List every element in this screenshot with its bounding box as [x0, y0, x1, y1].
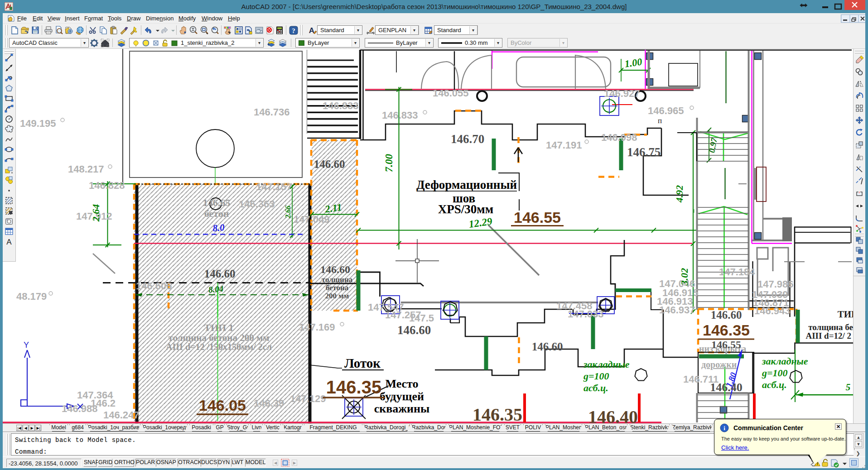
- svg-text:146.937: 146.937: [659, 304, 695, 316]
- svg-text:146.988: 146.988: [62, 403, 98, 414]
- svg-text:146.055: 146.055: [433, 87, 469, 99]
- svg-text:147.049: 147.049: [294, 214, 330, 225]
- svg-text:АIII d=12 /150х150мм/ 2сл: АIII d=12 /150х150мм/ 2сл: [166, 342, 272, 352]
- svg-text:2.64: 2.64: [90, 204, 101, 222]
- svg-text:A: A: [6, 238, 12, 246]
- svg-text:3.02: 3.02: [679, 268, 690, 286]
- svg-text:толщина: толщина: [322, 275, 353, 284]
- svg-text:Деформационный: Деформационный: [416, 178, 517, 192]
- svg-text:бетон: бетон: [204, 208, 229, 219]
- svg-text:146.35: 146.35: [703, 321, 750, 339]
- svg-text:147.033: 147.033: [568, 308, 604, 320]
- svg-text:8.04: 8.04: [208, 284, 224, 294]
- svg-text:асб.ц.: асб.ц.: [583, 382, 608, 393]
- svg-text:XPS/30мм: XPS/30мм: [438, 202, 493, 216]
- svg-text:146.363: 146.363: [239, 198, 275, 210]
- svg-text:п: п: [658, 116, 662, 125]
- svg-text:Место: Место: [385, 377, 418, 390]
- svg-text:147.191: 147.191: [546, 139, 582, 151]
- svg-text:149.195: 149.195: [20, 118, 56, 129]
- svg-text:146.60: 146.60: [320, 264, 350, 275]
- svg-text:будущей: будущей: [380, 390, 424, 403]
- svg-text:146.828: 146.828: [89, 180, 125, 191]
- svg-text:147.5: 147.5: [409, 312, 434, 324]
- svg-text:i: i: [723, 425, 725, 432]
- svg-text:A: A: [309, 26, 314, 35]
- svg-text:146.65: 146.65: [203, 197, 231, 208]
- svg-text:146.60: 146.60: [314, 158, 345, 170]
- svg-text:147.129: 147.129: [290, 393, 326, 404]
- svg-text:8.0: 8.0: [212, 222, 225, 234]
- svg-text:5: 5: [846, 382, 851, 393]
- svg-text:48.179: 48.179: [16, 291, 47, 302]
- svg-text:1.00: 1.00: [624, 56, 643, 70]
- svg-text:146.833: 146.833: [323, 100, 359, 111]
- svg-text:200 мм: 200 мм: [325, 292, 349, 300]
- svg-text:146.35: 146.35: [326, 377, 381, 397]
- svg-text:146.05: 146.05: [199, 397, 246, 414]
- svg-text:g=100: g=100: [583, 370, 609, 382]
- svg-text:147.986: 147.986: [757, 278, 794, 290]
- svg-text:асб.ц.: асб.ц.: [762, 379, 787, 390]
- svg-text:146.70: 146.70: [451, 132, 484, 146]
- svg-text:бетона: бетона: [326, 283, 349, 292]
- svg-text:ТИП 1: ТИП 1: [204, 322, 233, 333]
- svg-text:2.11: 2.11: [324, 201, 342, 215]
- svg-text:146.998: 146.998: [601, 132, 637, 143]
- svg-text:закладные: закладные: [762, 355, 808, 367]
- svg-text:дорожки: дорожки: [701, 360, 737, 370]
- svg-text:g=100: g=100: [762, 367, 788, 379]
- svg-text:147.184: 147.184: [719, 266, 755, 278]
- svg-text:146.60: 146.60: [711, 309, 742, 321]
- svg-text:146.60: 146.60: [532, 341, 563, 353]
- svg-text:Y: Y: [24, 341, 29, 350]
- svg-text:146.39: 146.39: [254, 398, 284, 409]
- svg-text:146.965: 146.965: [648, 105, 684, 116]
- svg-text:146.736: 146.736: [254, 106, 290, 118]
- svg-text:146.55: 146.55: [514, 209, 561, 226]
- svg-text:146.60: 146.60: [204, 268, 236, 280]
- svg-text:146.60: 146.60: [397, 323, 431, 337]
- svg-text:146.55: 146.55: [711, 339, 741, 350]
- svg-text:2.66: 2.66: [284, 206, 292, 219]
- svg-text:146.247: 146.247: [103, 409, 140, 421]
- svg-text:4.92: 4.92: [674, 185, 685, 203]
- svg-text:закладные: закладные: [583, 359, 630, 370]
- svg-text:146.606: 146.606: [136, 280, 172, 292]
- svg-text:АIII d=12/ 2: АIII d=12/ 2: [805, 331, 851, 341]
- svg-text:147.169: 147.169: [299, 321, 335, 333]
- svg-text:скважины: скважины: [374, 402, 430, 415]
- svg-text:?: ?: [292, 27, 295, 34]
- svg-text:толщина бе: толщина бе: [808, 322, 853, 332]
- svg-text:Лоток: Лоток: [344, 356, 381, 370]
- svg-text:146.833: 146.833: [382, 110, 418, 121]
- svg-text:148.217: 148.217: [68, 163, 104, 175]
- svg-text:147.157: 147.157: [256, 181, 292, 192]
- svg-text:146.927: 146.927: [604, 88, 640, 99]
- svg-text:7.00: 7.00: [383, 153, 395, 172]
- svg-text:146.40: 146.40: [588, 407, 638, 423]
- svg-text:146.35: 146.35: [473, 404, 522, 423]
- svg-text:146.943: 146.943: [754, 305, 791, 317]
- svg-text:146.75: 146.75: [627, 145, 661, 159]
